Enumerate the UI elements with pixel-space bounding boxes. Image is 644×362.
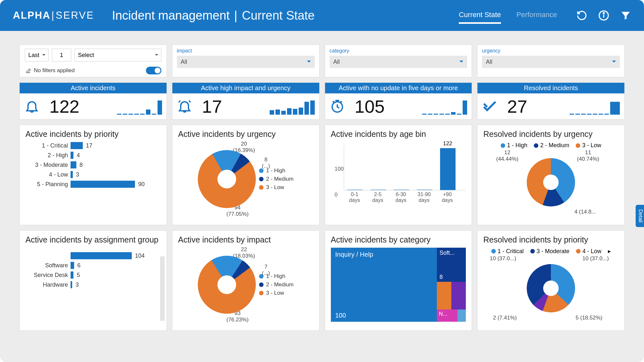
- category-select[interactable]: All: [330, 56, 467, 68]
- chart-category[interactable]: Active incidents by category Inquiry / H…: [325, 230, 472, 331]
- spark-resolved: [570, 98, 620, 115]
- bar-row[interactable]: 4 - Low 3: [25, 171, 161, 178]
- bar-row[interactable]: 104: [25, 252, 161, 259]
- time-n-input[interactable]: 1: [52, 49, 71, 62]
- chart-urgency[interactable]: Active incidents by urgency 20(16.39%) 8…: [172, 125, 320, 225]
- bar-row[interactable]: 3 - Moderate 8: [25, 161, 161, 168]
- alert-bell-icon: [177, 99, 192, 114]
- kpi-noupd[interactable]: Active with no update in five days or mo…: [325, 82, 472, 119]
- bar-row[interactable]: Hardware 3: [25, 281, 161, 288]
- erase-icon: [25, 67, 31, 74]
- category-slicer: category All: [325, 44, 472, 77]
- brand-logo: ALPHA|SERVE: [13, 10, 94, 21]
- filter-toggle[interactable]: [146, 67, 161, 74]
- kpi-active[interactable]: Active incidents 122: [19, 82, 167, 119]
- no-filters-label: No filters applied: [34, 67, 75, 74]
- spark-active: [117, 98, 162, 115]
- app-header: ALPHA|SERVE Incident management | Curren…: [0, 0, 644, 31]
- chart-priority[interactable]: Active incidents by priority 1 - Critica…: [19, 125, 167, 225]
- chart-impact[interactable]: Active incidents by impact 22(18.03%) 7(…: [172, 230, 320, 331]
- check-icon: [482, 99, 497, 114]
- chart-agebin[interactable]: Active incidents by age bin 1000 122 0-1…: [325, 125, 472, 225]
- info-icon[interactable]: [598, 10, 609, 21]
- impact-select[interactable]: All: [177, 56, 315, 68]
- bar-row[interactable]: 5 - Planning 90: [25, 181, 161, 188]
- header-actions: [576, 10, 631, 21]
- brand-right: SERVE: [56, 10, 94, 21]
- bar-row[interactable]: 2 - High 4: [25, 152, 161, 159]
- brand-left: ALPHA: [13, 10, 51, 21]
- time-unit-select[interactable]: Select: [74, 49, 161, 62]
- nav-tabs: Current State Performance: [459, 7, 557, 24]
- page-title: Incident management | Current State: [112, 9, 314, 23]
- bar-row[interactable]: Service Desk 5: [25, 272, 161, 279]
- chart-resprio[interactable]: Resolved incidents by priority 1 - Criti…: [477, 230, 625, 331]
- chart-resurg[interactable]: Resolved incidents by urgency 1 - High 2…: [477, 125, 625, 225]
- filter-icon[interactable]: [620, 10, 631, 21]
- tab-current-state[interactable]: Current State: [459, 7, 501, 24]
- urgency-select[interactable]: All: [482, 56, 620, 68]
- kpi-highimp[interactable]: Active high impact and urgency 17: [172, 82, 320, 119]
- detail-tab[interactable]: Detail: [636, 205, 644, 227]
- refresh-icon[interactable]: [576, 10, 587, 21]
- bar-row[interactable]: Software 6: [25, 262, 161, 269]
- kpi-resolved[interactable]: Resolved incidents 27: [477, 82, 625, 119]
- time-last-select[interactable]: Last: [25, 49, 49, 62]
- tab-performance[interactable]: Performance: [516, 7, 557, 24]
- bell-icon: [24, 99, 40, 114]
- chart-assign[interactable]: Active incidents by assignment group 104…: [19, 230, 167, 331]
- scrollbar[interactable]: [160, 256, 165, 321]
- urgency-slicer: urgency All: [477, 44, 625, 77]
- legend-more-icon[interactable]: ▸: [608, 248, 611, 255]
- spark-noupd: [422, 98, 467, 115]
- spark-highimp: [270, 98, 315, 115]
- svg-point-2: [603, 13, 604, 14]
- bar-row[interactable]: 1 - Critical 17: [25, 142, 161, 149]
- time-filter-panel: Last 1 Select No filters applied: [19, 44, 167, 77]
- clock-icon: [330, 99, 345, 114]
- impact-slicer: impact All: [172, 44, 320, 77]
